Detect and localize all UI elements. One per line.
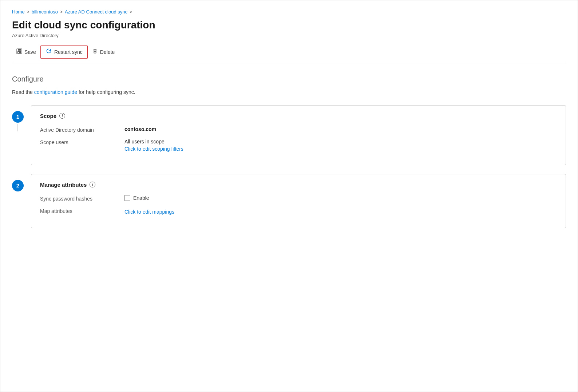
save-label: Save — [24, 49, 36, 55]
breadcrumb-sep-2: > — [60, 9, 63, 15]
step-2-number: 2 — [12, 180, 24, 191]
sync-password-checkbox-label: Enable — [133, 195, 149, 201]
delete-button[interactable]: Delete — [88, 46, 119, 58]
breadcrumb-sep-3: > — [130, 9, 132, 15]
page-title: Edit cloud sync configuration — [12, 19, 566, 31]
toolbar: Save Restart sync Delete — [12, 45, 566, 63]
save-icon — [16, 48, 22, 55]
sync-password-checkbox-row: Enable — [124, 195, 557, 201]
edit-scoping-filters-link[interactable]: Click to edit scoping filters — [124, 146, 557, 152]
breadcrumb-home[interactable]: Home — [12, 9, 25, 15]
config-guide-link[interactable]: configuration guide — [34, 89, 77, 95]
map-attributes-row: Map attributes Click to edit mappings — [40, 207, 557, 215]
delete-icon — [92, 48, 98, 55]
scope-domain-label: Active Directory domain — [40, 126, 120, 133]
scope-users-row: Scope users All users in scope Click to … — [40, 139, 557, 152]
steps-container: 1 Scope i Active Directory domain contos… — [12, 105, 566, 228]
step-1-row: 1 Scope i Active Directory domain contos… — [12, 105, 566, 165]
delete-label: Delete — [100, 49, 115, 55]
step-1-number: 1 — [12, 111, 24, 123]
step-1-card: Scope i Active Directory domain contoso.… — [31, 105, 566, 165]
edit-mappings-link[interactable]: Click to edit mappings — [124, 209, 557, 215]
page-subtitle: Azure Active Directory — [12, 33, 566, 38]
scope-users-label: Scope users — [40, 139, 120, 145]
restart-icon — [45, 48, 52, 56]
save-button[interactable]: Save — [12, 46, 40, 58]
scope-users-value-group: All users in scope Click to edit scoping… — [124, 139, 557, 152]
sync-password-label: Sync password hashes — [40, 195, 120, 202]
page-wrapper: Home > billmcontoso > Azure AD Connect c… — [0, 0, 578, 392]
sync-password-checkbox[interactable] — [124, 195, 130, 201]
step-2-card: Manage attributes i Sync password hashes… — [31, 174, 566, 228]
scope-users-value: All users in scope — [124, 139, 557, 144]
svg-rect-3 — [18, 52, 19, 53]
restart-sync-label: Restart sync — [54, 49, 83, 55]
breadcrumb-tenant[interactable]: billmcontoso — [32, 9, 58, 15]
breadcrumb-azure-ad[interactable]: Azure AD Connect cloud sync — [65, 9, 127, 15]
svg-rect-4 — [94, 50, 96, 53]
map-attributes-label: Map attributes — [40, 207, 120, 214]
step-1-title: Scope i — [40, 113, 557, 119]
scope-domain-row: Active Directory domain contoso.com — [40, 126, 557, 133]
restart-sync-button[interactable]: Restart sync — [40, 45, 88, 59]
scope-info-icon[interactable]: i — [59, 113, 65, 119]
configure-description: Read the configuration guide for help co… — [12, 89, 566, 95]
breadcrumb-sep-1: > — [27, 9, 29, 15]
breadcrumb: Home > billmcontoso > Azure AD Connect c… — [12, 9, 566, 15]
configure-title: Configure — [12, 75, 566, 83]
step-2-row: 2 Manage attributes i Sync password hash… — [12, 174, 566, 228]
manage-attributes-info-icon[interactable]: i — [90, 182, 95, 187]
scope-domain-value: contoso.com — [124, 126, 557, 132]
sync-password-row: Sync password hashes Enable — [40, 195, 557, 202]
step-2-title: Manage attributes i — [40, 182, 557, 188]
svg-rect-1 — [18, 49, 21, 51]
